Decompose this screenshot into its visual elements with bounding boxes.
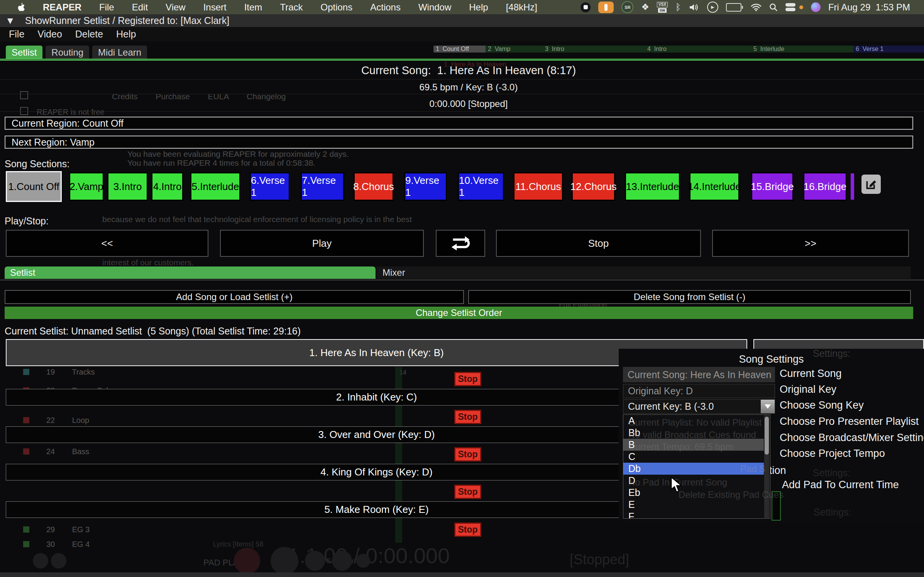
- mixer-view-tab[interactable]: Mixer: [376, 266, 911, 279]
- obscured-label-fragment: tion: [769, 465, 786, 477]
- menubar-item[interactable]: Edit: [132, 2, 148, 13]
- dropdown-option-f[interactable]: F: [623, 511, 764, 519]
- section-button-14-interlude[interactable]: 14.Interlude: [689, 172, 740, 201]
- settings-field[interactable]: Current Key: B (-3.0: [623, 399, 775, 414]
- volume-icon[interactable]: [689, 3, 699, 12]
- section-button-7-verse-1[interactable]: 7.Verse 1: [301, 172, 344, 201]
- settings-action-current-song[interactable]: Current Song: [780, 368, 842, 380]
- app-menu-bar: FileVideoDeleteHelp: [0, 27, 924, 41]
- section-button-4-intro[interactable]: 4.Intro: [151, 172, 183, 201]
- change-setlist-order-button[interactable]: Change Setlist Order: [5, 307, 913, 319]
- tab-setlist[interactable]: Setlist: [6, 46, 42, 59]
- stop-button[interactable]: Stop: [454, 410, 481, 424]
- background-transport-button: [271, 547, 298, 575]
- menubar-item[interactable]: REAPER: [43, 2, 81, 13]
- background-track-row: 19 Tracks: [46, 368, 95, 377]
- background-transport-button: [234, 548, 260, 574]
- macos-menu-bar: REAPERFileEditViewInsertItemTrackOptions…: [0, 0, 924, 14]
- section-button-11-chorus[interactable]: 11.Chorus: [513, 172, 563, 201]
- section-button-2-vamp[interactable]: 2.Vamp: [69, 172, 104, 201]
- menubar-item[interactable]: Actions: [370, 2, 401, 13]
- stop-button[interactable]: Stop: [454, 523, 481, 537]
- stop-button[interactable]: Stop: [454, 372, 481, 386]
- track-color-swatch: [23, 448, 29, 455]
- dropdown-arrow-button[interactable]: [761, 400, 775, 413]
- delete-song-button[interactable]: Delete Song from Setlist (-): [468, 290, 911, 304]
- battery-icon[interactable]: [726, 3, 743, 12]
- menu-item-video[interactable]: Video: [37, 29, 62, 40]
- search-icon[interactable]: [769, 3, 778, 12]
- background-track-row: 30 EG 4: [46, 540, 90, 549]
- section-button-1-count-off[interactable]: 1.Count Off: [6, 171, 62, 202]
- menubar-item[interactable]: Insert: [203, 2, 227, 13]
- section-button-15-bridge[interactable]: 15.Bridge: [751, 172, 794, 201]
- background-ghost-text: You have run REAPER 4 times for a total …: [127, 158, 315, 168]
- playback-status-icon[interactable]: ▶: [707, 2, 718, 13]
- showrunner-menu-icon[interactable]: SR: [621, 1, 633, 13]
- add-song-button[interactable]: Add Song or Load Setlist (+): [5, 290, 464, 304]
- loop-toggle-button[interactable]: [436, 230, 485, 257]
- popup-ghost-text: Settings:: [814, 507, 851, 518]
- settings-action-choose-pro-presenter-playlist[interactable]: Choose Pro Presenter Playlist: [780, 416, 919, 428]
- transport-next-button[interactable]: >>: [712, 230, 909, 257]
- menubar-item[interactable]: Help: [469, 2, 488, 13]
- section-button-3-intro[interactable]: 3.Intro: [107, 172, 148, 201]
- scrollbar-thumb[interactable]: [765, 417, 769, 455]
- settings-action-original-key[interactable]: Original Key: [780, 384, 836, 395]
- tab-routing[interactable]: Routing: [46, 46, 89, 59]
- menu-item-delete[interactable]: Delete: [75, 29, 103, 40]
- siri-icon[interactable]: [811, 2, 821, 12]
- notification-dot-icon: [799, 5, 803, 9]
- section-button-16-bridge[interactable]: 16.Bridge: [803, 172, 847, 201]
- dropdown-option-e[interactable]: E: [623, 499, 764, 511]
- transport-stop-button[interactable]: Stop: [496, 230, 701, 257]
- control-center-icon[interactable]: [785, 3, 795, 11]
- collapse-arrow-icon[interactable]: ▼: [5, 15, 15, 26]
- menubar-item[interactable]: File: [99, 2, 114, 13]
- time-status-line: 0:00.000 [Stopped]: [13, 98, 924, 109]
- settings-action-choose-project-tempo[interactable]: Choose Project Tempo: [780, 448, 885, 460]
- loop-icon: [448, 234, 472, 253]
- menubar-item[interactable]: Options: [320, 2, 352, 13]
- settings-field[interactable]: Current Song: Here As In Heaven: [623, 367, 775, 382]
- menu-item-help[interactable]: Help: [116, 29, 136, 40]
- dropdown-option-c[interactable]: C: [623, 451, 764, 463]
- menubar-item[interactable]: Window: [418, 2, 451, 13]
- stop-button[interactable]: Stop: [454, 485, 481, 499]
- vsx-sw-icon[interactable]: VSXSW: [657, 2, 668, 13]
- edit-sections-button[interactable]: [861, 175, 881, 194]
- screen-record-icon[interactable]: [580, 2, 591, 12]
- section-button-6-verse-1[interactable]: 6.Verse 1: [250, 172, 290, 201]
- background-track-row: 24 Bass: [46, 447, 89, 456]
- add-pad-button[interactable]: Add Pad To Current Time: [782, 479, 899, 491]
- bluetooth-icon[interactable]: ᛒ: [675, 2, 681, 12]
- setlist-view-tab[interactable]: Setlist: [5, 266, 376, 279]
- menu-bar-clock[interactable]: Fri Aug 29 1:53 PM: [828, 2, 910, 13]
- settings-action-choose-song-key[interactable]: Choose Song Key: [780, 399, 864, 411]
- song-sections-label: Song Sections:: [5, 158, 69, 170]
- dropbox-icon[interactable]: ❖: [641, 2, 649, 12]
- transport-prev-button[interactable]: <<: [6, 230, 208, 257]
- section-button-partial[interactable]: [851, 173, 854, 200]
- section-button-10-verse-1[interactable]: 10.Verse 1: [458, 172, 504, 201]
- menu-item-file[interactable]: File: [9, 29, 24, 40]
- menubar-item[interactable]: View: [166, 2, 186, 13]
- menubar-item[interactable]: Item: [244, 2, 262, 13]
- microphone-active-icon[interactable]: [598, 2, 614, 13]
- section-button-5-interlude[interactable]: 5.Interlude: [190, 172, 240, 201]
- transport-play-button[interactable]: Play: [220, 230, 424, 257]
- menubar-item[interactable]: Track: [280, 2, 303, 13]
- section-button-13-interlude[interactable]: 13.Interlude: [625, 172, 680, 201]
- section-button-9-verse-1[interactable]: 9.Verse 1: [404, 172, 447, 201]
- popup-title: Song Settings: [619, 353, 924, 365]
- section-button-12-chorus[interactable]: 12.Chorus: [572, 172, 615, 201]
- stop-button[interactable]: Stop: [454, 447, 481, 462]
- tab-midi-learn[interactable]: Midi Learn: [92, 46, 147, 59]
- menubar-item[interactable]: [48kHz]: [506, 2, 537, 13]
- settings-field[interactable]: Original Key: D: [623, 384, 775, 398]
- section-button-8-chorus[interactable]: 8.Chorus: [354, 172, 394, 201]
- popup-ghost-text: Pad S: [740, 463, 765, 474]
- apple-icon[interactable]: [18, 3, 25, 12]
- settings-action-choose-broadcast-mixer-setting[interactable]: Choose Broadcast/Mixer Setting: [780, 432, 924, 444]
- wifi-icon[interactable]: [751, 3, 762, 11]
